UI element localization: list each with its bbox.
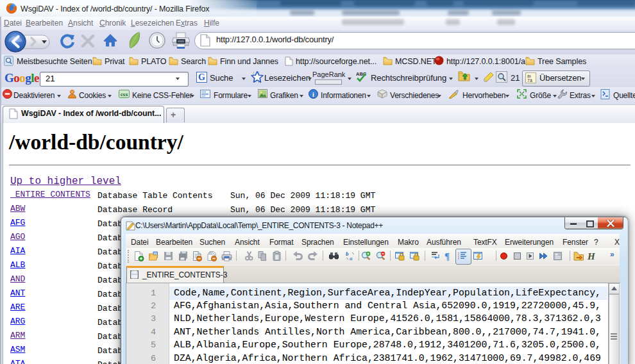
svg-text:G: G bbox=[198, 72, 205, 82]
svg-text:css: css bbox=[121, 92, 128, 97]
svg-text:H: H bbox=[587, 251, 596, 261]
svg-text:7ä: 7ä bbox=[527, 78, 532, 83]
svg-text:¶: ¶ bbox=[444, 251, 450, 261]
svg-text:i: i bbox=[312, 91, 314, 98]
svg-text:a: a bbox=[350, 255, 353, 261]
svg-text:aı: aı bbox=[527, 74, 531, 78]
svg-text:b: b bbox=[346, 251, 349, 257]
